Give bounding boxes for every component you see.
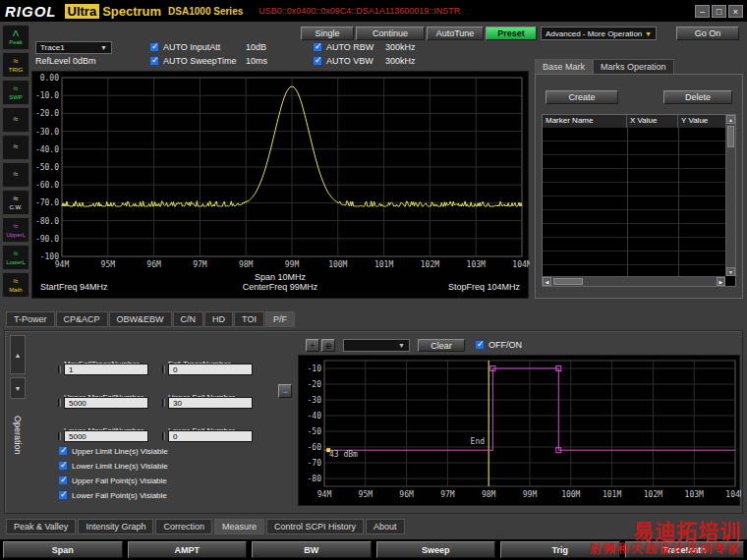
- clear-button[interactable]: Clear: [418, 339, 465, 352]
- sidebar-item-cw[interactable]: ≈C.W.: [2, 190, 29, 215]
- svg-text:104M: 104M: [725, 490, 741, 499]
- marker-table-vscrollbar[interactable]: ▲ ▼: [725, 115, 735, 276]
- math-icon: ≈: [14, 277, 19, 286]
- title-bar: RIGOL Ultra Spectrum DSA1000 Series USB0…: [0, 0, 747, 22]
- close-icon[interactable]: ×: [728, 5, 743, 18]
- checkbox-icon[interactable]: [149, 42, 159, 52]
- hscroll-thumb[interactable]: [553, 278, 583, 285]
- zoom-tool-button[interactable]: ⊕: [321, 339, 335, 352]
- trace-icon: ≈: [14, 142, 19, 151]
- sidebar-item-upper-limit[interactable]: ≈UpperL: [2, 217, 29, 243]
- ampt-button[interactable]: AMPT: [128, 541, 248, 558]
- svg-text:-60: -60: [308, 443, 322, 452]
- checkbox-icon[interactable]: [58, 461, 68, 471]
- tab-intensity-graph[interactable]: Intensity Graph: [78, 519, 153, 534]
- tab-peak-valley[interactable]: Peak & Valley: [6, 519, 76, 534]
- max-fail-trace-input[interactable]: 1: [64, 364, 148, 375]
- vscroll-thumb[interactable]: [727, 126, 734, 147]
- span-button[interactable]: Span: [3, 541, 123, 558]
- preset-button[interactable]: Preset: [486, 27, 537, 40]
- svg-text:96M: 96M: [399, 490, 414, 499]
- marker-table-header: Marker Name X Value Y Value: [543, 115, 735, 128]
- column-marker-name: Marker Name: [543, 115, 627, 128]
- upper-limit-visible-check[interactable]: Upper Limit Line(s) Visiable: [58, 446, 168, 456]
- minimize-icon[interactable]: –: [695, 5, 710, 18]
- sidebar-item-trace2[interactable]: ≈: [2, 135, 29, 160]
- tab-t-power[interactable]: T-Power: [6, 311, 55, 327]
- tab-pf[interactable]: P/F: [265, 311, 295, 327]
- apply-arrow-button[interactable]: →: [278, 384, 292, 398]
- tab-correction[interactable]: Correction: [155, 519, 212, 534]
- app-title-ultra: Ultra: [65, 4, 100, 19]
- lower-limit-visible-check[interactable]: Lower Limit Line(s) Visiable: [58, 461, 168, 471]
- sidebar-item-trig[interactable]: ≈TRIG: [2, 52, 29, 78]
- scroll-up-icon[interactable]: ▲: [726, 115, 735, 124]
- trace-select[interactable]: Trace1 ▼: [35, 41, 112, 54]
- sidebar-item-swp[interactable]: ≈SWP: [2, 80, 29, 105]
- tab-control-scpi-history[interactable]: Control SCPI History: [266, 519, 364, 534]
- watermark-line1: 易迪拓培训: [590, 520, 741, 543]
- go-on-button[interactable]: Go On: [676, 27, 739, 40]
- continue-button[interactable]: Continue: [356, 27, 425, 40]
- tab-toi[interactable]: TOI: [234, 311, 264, 327]
- lower-max-fail-input[interactable]: 5000: [64, 430, 148, 442]
- checkbox-icon[interactable]: [149, 56, 159, 66]
- auto-sweeptime-check[interactable]: AUTO SweepTime 10ms: [149, 56, 267, 66]
- tab-marks-operation[interactable]: Marks Operation: [593, 59, 674, 75]
- svg-text:-10.0: -10.0: [35, 91, 59, 100]
- sidebar-item-lower-limit[interactable]: ≈LowerL: [2, 245, 29, 270]
- collapse-down-button[interactable]: ▼: [10, 377, 26, 399]
- cw-icon: ≈: [14, 195, 19, 203]
- checkbox-icon[interactable]: [313, 56, 322, 66]
- scroll-left-icon[interactable]: ◀: [543, 277, 551, 286]
- upper-fail-input[interactable]: 30: [168, 397, 253, 409]
- checkbox-icon[interactable]: [58, 446, 68, 456]
- tab-obw-ebw[interactable]: OBW&EBW: [109, 311, 172, 327]
- sweep-button[interactable]: Sweep: [376, 541, 496, 558]
- upper-fail-visible-check[interactable]: Upper Fail Point(s) Visiable: [58, 476, 167, 485]
- single-button[interactable]: Single: [301, 27, 354, 40]
- tab-c-n[interactable]: C/N: [173, 311, 204, 327]
- tab-cp-acp[interactable]: CP&ACP: [56, 311, 108, 327]
- tab-hd[interactable]: HD: [204, 311, 233, 327]
- checkbox-icon[interactable]: [58, 476, 68, 485]
- lower-fail-visible-check[interactable]: Lower Fail Point(s) Visiable: [58, 490, 167, 500]
- maximize-icon[interactable]: □: [712, 5, 726, 18]
- checkbox-icon[interactable]: [58, 490, 68, 500]
- sidebar-item-math[interactable]: ≈Math: [2, 272, 29, 298]
- sidebar-item-trace3[interactable]: ≈: [2, 162, 29, 188]
- checkbox-icon[interactable]: [475, 340, 485, 350]
- svg-text:-50.0: -50.0: [35, 163, 59, 172]
- auto-inputatt-check[interactable]: AUTO InputAtt 10dB: [149, 42, 266, 52]
- scroll-down-icon[interactable]: ▼: [726, 267, 735, 276]
- sidebar-item-peak[interactable]: ΛPeak: [2, 25, 29, 50]
- trace-source-select[interactable]: ▼: [343, 339, 410, 352]
- upper-max-fail-input[interactable]: 5000: [64, 397, 148, 409]
- checkbox-icon[interactable]: [313, 42, 322, 52]
- tab-about[interactable]: About: [366, 519, 405, 534]
- tab-base-mark[interactable]: Base Mark: [535, 59, 593, 75]
- marker-table-hscrollbar[interactable]: ◀ ▶: [543, 276, 725, 286]
- sidebar-item-trace1[interactable]: ≈: [2, 107, 29, 133]
- svg-text:102M: 102M: [644, 490, 662, 499]
- offon-toggle[interactable]: OFF/ON: [475, 340, 522, 350]
- fail-trace-input[interactable]: 0: [168, 364, 253, 375]
- lower-fail-input[interactable]: 0: [168, 430, 253, 442]
- start-freq-readout: StartFreq 94MHz: [40, 282, 243, 292]
- create-marker-button[interactable]: Create: [546, 90, 618, 104]
- pass-fail-panel: ▲ ▼ Operation MaxFailTraceNumber Fail Tr…: [4, 330, 743, 514]
- svg-text:94M: 94M: [317, 490, 332, 499]
- autotune-button[interactable]: AutoTune: [427, 27, 484, 40]
- auto-rbw-check[interactable]: AUTO RBW 300kHz: [313, 42, 416, 52]
- collapse-up-button[interactable]: ▲: [10, 335, 26, 374]
- advanced-operation-select[interactable]: Advanced - More Operation ▼: [541, 27, 657, 40]
- delete-marker-button[interactable]: Delete: [663, 90, 732, 104]
- move-tool-button[interactable]: +: [306, 339, 319, 352]
- auto-vbw-check[interactable]: AUTO VBW 300kHz: [313, 56, 416, 66]
- move-icon: +: [310, 341, 315, 351]
- scroll-right-icon[interactable]: ▶: [717, 277, 725, 286]
- bw-button[interactable]: BW: [252, 541, 372, 558]
- tab-measure[interactable]: Measure: [214, 519, 264, 534]
- svg-text:-20: -20: [308, 380, 322, 389]
- svg-text:97M: 97M: [193, 260, 207, 269]
